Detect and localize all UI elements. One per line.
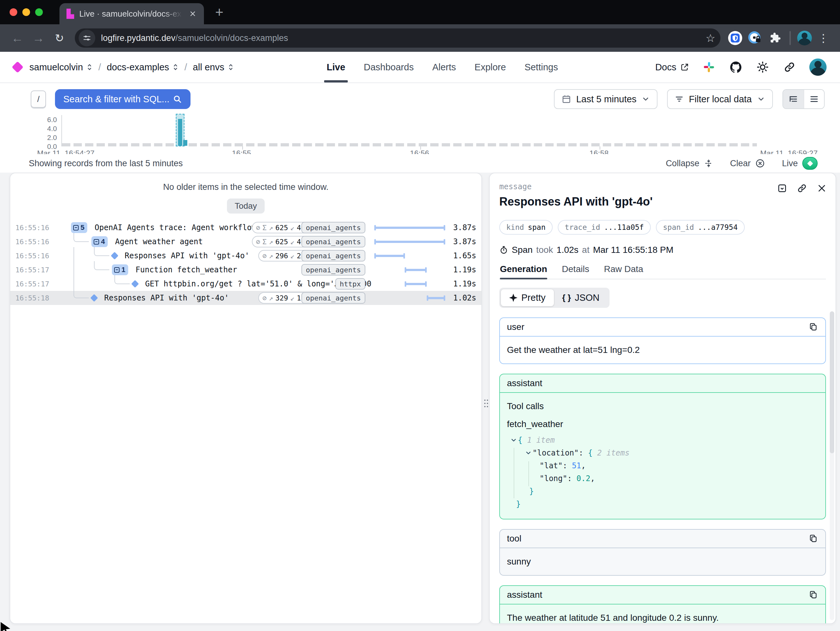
theme-sun-icon[interactable] [756,60,770,74]
span-name: Agent weather agent [115,237,203,246]
clear-button[interactable]: Clear [730,158,766,169]
list-view-toggle[interactable] [804,90,824,108]
trace-row[interactable]: 16:55:165OpenAI Agents trace: Agent work… [10,221,482,235]
trace-row-time: 16:55:16 [15,238,49,246]
today-chip[interactable]: Today [227,199,264,213]
trace-row[interactable]: 16:55:164Agent weather agent⊘Σ↗625↙40ope… [10,235,482,249]
activity-timeline-chart[interactable]: 6.04.02.00.0 Mar 11. 16:54:2716:5516:561… [0,115,840,161]
message-text: The weather at latitude 51 and longitude… [507,613,818,623]
filter-local-data-dropdown[interactable]: Filter local data [667,89,773,109]
save-view-icon[interactable] [777,183,788,194]
window-zoom-button[interactable] [35,8,43,16]
time-range-dropdown[interactable]: Last 5 minutes [554,89,658,109]
copy-icon[interactable] [809,322,818,332]
breadcrumb-segment-samuelcolvin[interactable]: samuelcolvin [29,62,93,73]
share-link-icon[interactable] [782,60,797,74]
span-diamond-icon [111,252,118,260]
collapse-icon [704,159,714,168]
timeline-bar[interactable] [183,140,187,146]
tree-view-toggle[interactable] [783,90,804,108]
child-count-chip[interactable]: 1 [112,264,128,275]
collapse-chip[interactable]: 5 [71,222,87,233]
copy-link-icon[interactable] [797,183,807,194]
output-tokens-arrow-icon: ↙ [290,252,294,260]
new-tab-button[interactable]: + [212,5,227,20]
trace-row-time: 16:55:17 [15,266,49,274]
forward-icon[interactable]: → [29,29,47,47]
expand-chevron-icon[interactable] [510,437,518,444]
live-toggle[interactable]: Live [782,157,818,170]
span-summary-word: 1.02s [556,245,578,255]
user-avatar[interactable] [809,58,827,76]
message-card-header: tool [500,530,825,548]
extensions-puzzle-icon[interactable] [766,30,783,46]
detail-tab-details[interactable]: Details [562,264,589,279]
reload-icon[interactable]: ↻ [51,29,68,47]
detail-pill-kind[interactable]: kindspan [499,220,553,235]
panel-resize-handle[interactable] [482,394,488,407]
tab-close-icon[interactable] [187,8,198,19]
span-name: Responses API with 'gpt-4o' [104,293,229,302]
toggle-pretty[interactable]: Pretty [501,289,554,306]
message-text: Get the weather at lat=51 lng=0.2 [507,345,818,355]
collapse-chip[interactable]: 1 [112,264,128,275]
timeline-baseline [62,143,757,147]
scrollbar-thumb[interactable] [830,311,834,453]
nav-tab-settings[interactable]: Settings [524,52,558,82]
back-icon[interactable]: ← [8,29,26,47]
detail-tab-raw-data[interactable]: Raw Data [604,264,643,279]
url-bar[interactable]: logfire.pydantic.dev/samuelcolvin/docs-e… [75,28,720,47]
close-detail-icon[interactable] [816,183,827,194]
collapse-minus-icon [73,225,79,230]
breadcrumb-segment-all-envs[interactable]: all envs [193,62,234,73]
trace-row[interactable]: 16:55:18Responses API with 'gpt-4o'⊘↗329… [10,291,482,305]
window-close-button[interactable] [9,8,17,16]
collapse-chip[interactable]: 4 [92,236,108,247]
input-tokens-arrow-icon: ↗ [269,238,273,246]
timeline-bar[interactable] [178,119,182,146]
detail-tab-generation[interactable]: Generation [500,264,547,279]
child-count-chip[interactable]: 5 [71,222,87,233]
nav-tab-explore[interactable]: Explore [475,52,506,82]
browser-menu-icon[interactable]: ⋮ [815,30,832,46]
token-circle-icon: ⊘ [256,238,260,246]
json-token: } [529,485,534,498]
site-settings-icon[interactable] [79,30,95,46]
nav-tab-live[interactable]: Live [327,52,345,82]
search-button[interactable]: Search & filter with SQL... [55,89,191,109]
input-tokens-count: 625 [276,238,288,246]
detail-pill-span_id[interactable]: span_id...a77954 [656,220,745,235]
span-diamond-icon [112,253,117,259]
view-mode-segmented-control [782,89,825,109]
github-icon[interactable] [729,60,743,74]
toggle-json[interactable]: { }JSON [554,289,608,306]
url-text[interactable]: logfire.pydantic.dev/samuelcolvin/docs-e… [101,33,288,43]
bitwarden-extension-icon[interactable] [727,30,744,46]
json-token: 1 item [522,434,554,446]
expand-chevron-icon[interactable] [525,450,532,456]
slack-icon[interactable] [702,60,716,74]
copy-icon[interactable] [809,534,818,543]
window-controls[interactable] [9,8,43,16]
bookmark-star-icon[interactable]: ☆ [706,32,715,44]
sigma-icon: Σ [262,238,267,246]
browser-tab[interactable]: Live · samuelcolvin/docs-exa [60,3,204,24]
duration-label: 1.19s [453,265,476,274]
nav-tab-dashboards[interactable]: Dashboards [364,52,414,82]
child-count-chip[interactable]: 4 [92,236,108,247]
app-header: samuelcolvin/docs-examples/all envs Live… [0,52,840,83]
browser-profile-avatar[interactable] [797,31,812,46]
nav-tab-alerts[interactable]: Alerts [432,52,456,82]
password-lock-extension-icon[interactable] [747,30,763,46]
window-minimize-button[interactable] [22,8,30,16]
tool-name: fetch_weather [507,419,818,429]
detail-scrollbar[interactable] [830,311,834,620]
breadcrumb-segment-docs-examples[interactable]: docs-examples [107,62,179,73]
pill-value: ...a77954 [698,223,738,232]
nav-tab-label: Dashboards [364,62,414,73]
detail-pill-trace_id[interactable]: trace_id...11a05f [558,220,651,235]
json-token: "location" [532,446,579,459]
docs-link[interactable]: Docs [655,62,689,73]
copy-icon[interactable] [809,590,818,599]
collapse-button[interactable]: Collapse [666,159,714,169]
